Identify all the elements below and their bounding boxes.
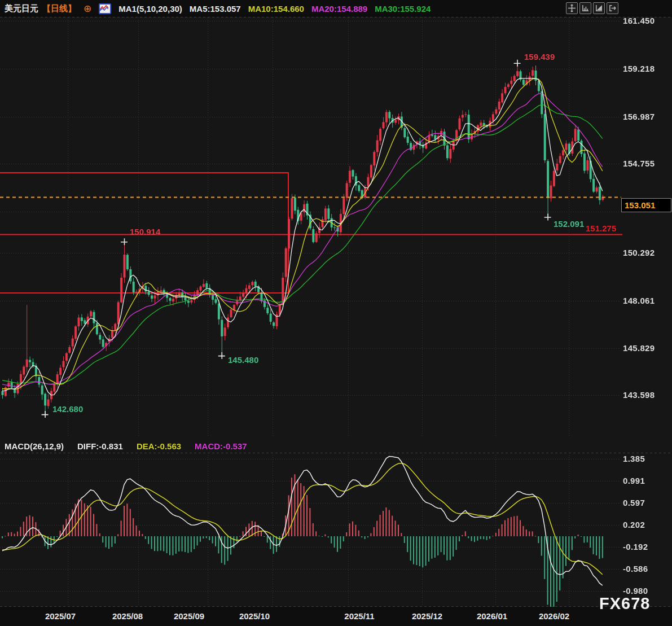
- macd-macd-value: MACD:-0.537: [195, 441, 247, 451]
- kline-style-icon[interactable]: [99, 3, 111, 14]
- macd-axis-tick: 1.385: [623, 454, 671, 463]
- price-axis-tick: 154.755: [623, 159, 671, 168]
- price-axis-tick: 148.061: [623, 296, 671, 305]
- chart-app-window: 美元日元 【日线】 ⊕ MA1(5,10,20,30) MA5:153.057 …: [0, 0, 672, 626]
- price-axis-tick: 159.218: [623, 64, 671, 73]
- exit-right-icon[interactable]: [607, 2, 618, 14]
- axis-scale-icon[interactable]: [579, 2, 591, 14]
- time-axis-label: 2026/02: [539, 611, 569, 621]
- macd-axis-tick: 0.597: [623, 498, 671, 507]
- time-axis-label: 2025/09: [174, 611, 204, 621]
- ma-group-label: MA1(5,10,20,30): [118, 4, 182, 14]
- extreme-price-label: 150.914: [130, 227, 160, 237]
- macd-dea-value: DEA:-0.563: [137, 441, 181, 451]
- axis-flag-icon[interactable]: [593, 2, 605, 14]
- extreme-price-label: 145.480: [228, 355, 258, 365]
- current-price-tag: 153.051: [621, 198, 671, 212]
- macd-legend: MACD(26,12,9) DIFF:-0.831 DEA:-0.563 MAC…: [5, 441, 247, 451]
- time-axis-label: 2026/01: [477, 611, 507, 621]
- fx678-watermark: FX678: [599, 594, 650, 613]
- macd-params-label: MACD(26,12,9): [5, 441, 64, 451]
- time-axis-label: 2025/07: [45, 611, 76, 621]
- ma30-value: MA30:155.924: [375, 4, 431, 14]
- macd-axis-tick: 0.991: [623, 476, 671, 485]
- macd-axis-tick: -0.192: [623, 542, 671, 551]
- support-level-label: 151.275: [586, 224, 616, 233]
- price-axis-tick: 156.987: [623, 112, 671, 121]
- chart-toolbar: [566, 2, 618, 14]
- macd-axis-tick: -0.586: [623, 564, 671, 574]
- time-axis[interactable]: 2025/072025/082025/092025/102025/112025/…: [0, 607, 672, 626]
- ma20-value: MA20:154.889: [311, 4, 367, 14]
- instrument-title: 美元日元: [5, 3, 38, 14]
- chart-canvas[interactable]: [0, 0, 672, 626]
- macd-axis-tick: 0.202: [623, 520, 671, 529]
- extreme-price-label: 152.091: [554, 219, 584, 229]
- price-axis-tick: 145.829: [623, 343, 671, 353]
- time-axis-label: 2025/08: [112, 611, 143, 621]
- period-selector[interactable]: 【日线】: [42, 3, 76, 14]
- extreme-price-label: 159.439: [524, 52, 555, 62]
- ma10-value: MA10:154.660: [248, 4, 304, 14]
- time-axis-label: 2025/10: [239, 611, 270, 621]
- ma5-value: MA5:153.057: [190, 4, 241, 14]
- time-axis-label: 2025/11: [344, 611, 374, 621]
- circle-plus-icon[interactable]: ⊕: [84, 4, 91, 14]
- extreme-price-label: 142.680: [52, 404, 83, 414]
- price-axis-tick: 143.598: [623, 390, 671, 400]
- price-axis-tick: 161.450: [623, 16, 671, 25]
- crosshair-move-icon[interactable]: [566, 2, 578, 14]
- macd-diff-value: DIFF:-0.831: [77, 441, 123, 451]
- time-axis-label: 2025/12: [412, 611, 442, 621]
- price-axis-tick: 150.292: [623, 248, 671, 257]
